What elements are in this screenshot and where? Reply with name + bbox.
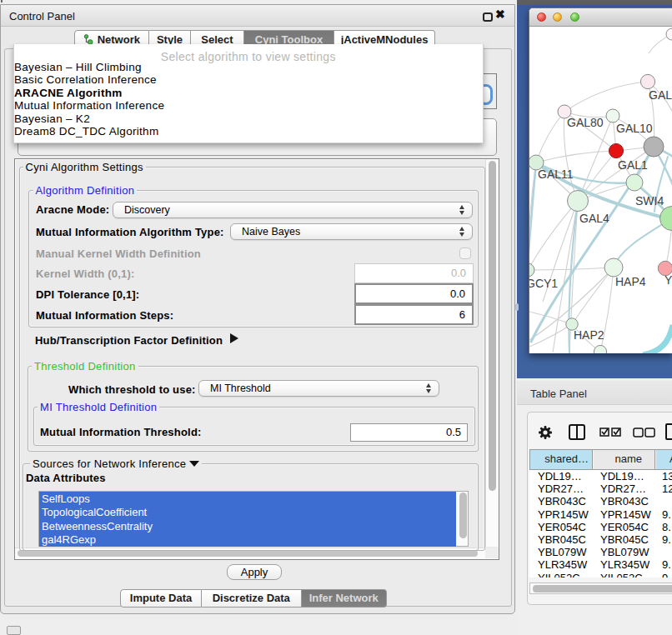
svg-text:HAP2: HAP2 (574, 328, 604, 342)
svg-text:GAL1: GAL1 (618, 158, 648, 172)
svg-text:HAP4: HAP4 (615, 275, 646, 288)
svg-text:GAL80: GAL80 (567, 116, 604, 129)
svg-text:GAL4: GAL4 (579, 212, 609, 225)
svg-text:GAL: GAL (649, 88, 672, 102)
svg-text:SWI4: SWI4 (635, 194, 664, 208)
svg-text:Y: Y (664, 273, 672, 287)
svg-text:GCY1: GCY1 (529, 277, 558, 290)
svg-text:GAL10: GAL10 (616, 122, 653, 135)
svg-text:GAL11: GAL11 (538, 168, 574, 181)
